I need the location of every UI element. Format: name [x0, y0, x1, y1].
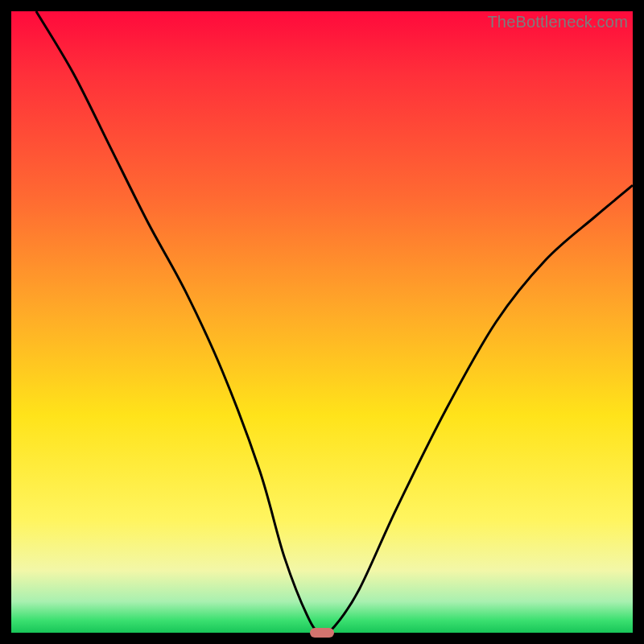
curve-path [36, 11, 633, 633]
plot-area: TheBottleneck.com [11, 11, 633, 633]
minimum-marker [310, 628, 334, 638]
bottleneck-curve [11, 11, 633, 633]
chart-frame: TheBottleneck.com [0, 0, 644, 644]
